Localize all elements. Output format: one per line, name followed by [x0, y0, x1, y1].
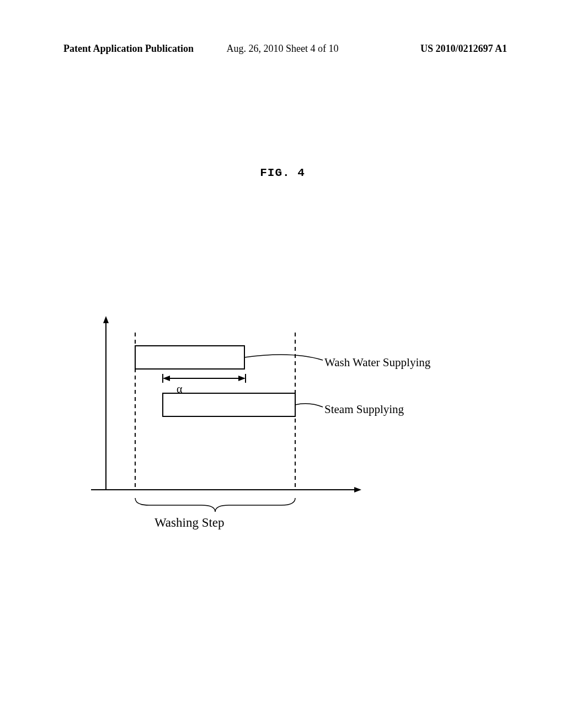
header-date-sheet: Aug. 26, 2010 Sheet 4 of 10	[227, 43, 339, 55]
washing-step-brace	[135, 498, 295, 512]
wash-water-leader	[244, 355, 323, 360]
alpha-arrow-left	[163, 376, 170, 381]
steam-leader	[295, 404, 323, 407]
header-patent-number: US 2010/0212697 A1	[420, 43, 507, 55]
x-axis-arrow	[354, 487, 361, 493]
washing-step-label: Washing Step	[154, 516, 225, 530]
header-publication: Patent Application Publication	[63, 43, 194, 55]
alpha-arrow-right	[238, 376, 246, 381]
steam-label: Steam Supplying	[324, 403, 404, 416]
timing-diagram	[83, 313, 497, 534]
y-axis-arrow	[103, 316, 109, 323]
figure-title: FIG. 4	[260, 167, 305, 179]
wash-water-box	[135, 346, 244, 369]
page-header: Patent Application Publication Aug. 26, …	[0, 43, 565, 55]
steam-box	[163, 393, 295, 416]
wash-water-label: Wash Water Supplying	[324, 356, 430, 370]
diagram-svg	[83, 313, 497, 534]
alpha-label: α	[177, 383, 182, 395]
